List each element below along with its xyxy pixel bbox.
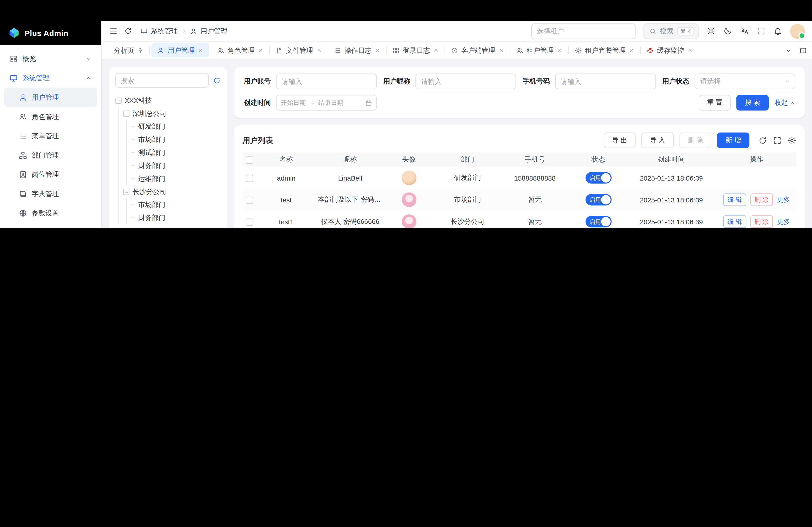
tab-close-icon[interactable] <box>498 48 504 53</box>
tab-4[interactable]: 文件管理 <box>270 42 328 59</box>
tab-2[interactable]: 用户管理 <box>151 43 209 57</box>
sidebar-item[interactable]: 用户管理 <box>4 88 97 107</box>
sidebar-item[interactable]: 概览 <box>4 49 97 68</box>
delete-button[interactable]: 删 除 <box>679 133 712 148</box>
start-date-placeholder: 开始日期 <box>281 98 306 107</box>
delete-row-button[interactable]: 删 除 <box>750 215 773 228</box>
person-icon <box>190 27 197 34</box>
settings-gear-icon[interactable] <box>707 27 715 35</box>
tree-node[interactable]: 财务部门 <box>131 211 221 224</box>
export-button[interactable]: 导 出 <box>604 133 636 148</box>
tab-close-icon[interactable] <box>198 48 203 53</box>
tree-search-input[interactable] <box>115 73 209 88</box>
reset-button[interactable]: 重 置 <box>698 95 731 110</box>
chevron-up-icon <box>789 100 795 105</box>
more-button[interactable]: 更多 <box>777 195 790 204</box>
import-button[interactable]: 导 入 <box>641 133 674 148</box>
tab-7[interactable]: 客户端管理 <box>445 42 510 59</box>
row-checkbox[interactable] <box>246 175 253 182</box>
edit-button[interactable]: 编 辑 <box>723 215 746 228</box>
breadcrumb-item-current[interactable]: 用户管理 <box>200 26 227 36</box>
layout-panel-icon[interactable] <box>799 47 807 54</box>
brand: Plus Admin <box>0 21 101 45</box>
refresh-page-button[interactable] <box>124 27 132 35</box>
tab-close-icon[interactable] <box>433 48 439 53</box>
status-cell[interactable]: 启用 <box>568 189 628 211</box>
tree-collapse-icon[interactable] <box>123 110 129 117</box>
sidebar-item[interactable]: 部门管理 <box>4 146 97 165</box>
tab-close-icon[interactable] <box>316 48 322 53</box>
tree-node[interactable]: 测试部门 <box>131 146 221 159</box>
tab-close-icon[interactable] <box>629 48 635 53</box>
sidebar-item[interactable]: 岗位管理 <box>4 165 97 184</box>
tab-1[interactable]: 分析页 <box>108 42 149 59</box>
department-cell: 研发部门 <box>434 167 502 189</box>
tree-node[interactable]: 市场部门 <box>131 133 221 146</box>
pin-icon[interactable] <box>137 47 143 54</box>
breadcrumb-item[interactable]: 系统管理 <box>151 26 178 36</box>
notifications-bell-icon[interactable] <box>773 27 782 35</box>
user-avatar[interactable] <box>790 24 805 38</box>
table-refresh-icon[interactable] <box>758 136 767 145</box>
status-toggle[interactable]: 启用 <box>585 172 611 183</box>
tree-node[interactable]: 市场部门 <box>131 198 221 211</box>
tab-options-dropdown-icon[interactable] <box>785 47 792 54</box>
tab-close-icon[interactable] <box>557 48 563 53</box>
fullscreen-icon[interactable] <box>757 27 766 35</box>
global-search-button[interactable]: 搜索 ⌘ K <box>643 23 699 39</box>
phone-input[interactable] <box>555 74 656 89</box>
select-all-checkbox[interactable] <box>246 156 253 164</box>
row-checkbox[interactable] <box>246 197 253 204</box>
date-range-picker[interactable]: 开始日期 → 结束日期 <box>276 95 377 110</box>
status-label: 启用 <box>589 196 601 204</box>
add-button[interactable]: 新 增 <box>717 133 750 148</box>
status-cell[interactable]: 启用 <box>568 167 628 189</box>
dark-mode-icon[interactable] <box>723 27 732 35</box>
sidebar-item[interactable]: 菜单管理 <box>4 126 97 146</box>
status-cell[interactable]: 启用 <box>568 211 628 228</box>
filter-label: 手机号码 <box>523 77 550 86</box>
tree-node[interactable]: 财务部门 <box>131 159 221 172</box>
status-toggle[interactable]: 启用 <box>585 216 611 227</box>
sidebar-item[interactable]: 通知公告 <box>4 223 97 228</box>
tab-8[interactable]: 租户管理 <box>510 42 568 59</box>
tree-collapse-icon[interactable] <box>123 189 129 195</box>
sidebar-item[interactable]: 角色管理 <box>4 107 97 126</box>
table-fullscreen-icon[interactable] <box>773 136 782 145</box>
account-input[interactable] <box>276 74 377 89</box>
tab-5[interactable]: 操作日志 <box>328 42 386 59</box>
status-select[interactable]: 请选择 <box>695 74 795 89</box>
nickname-input[interactable] <box>416 74 516 89</box>
table-settings-icon[interactable] <box>787 136 796 145</box>
screen-icon <box>10 74 18 82</box>
tab-10[interactable]: 缓存监控 <box>641 42 699 59</box>
row-checkbox[interactable] <box>246 219 253 226</box>
tree-node[interactable]: 长沙分公司 <box>123 185 221 198</box>
menu-toggle-button[interactable] <box>109 27 118 35</box>
tree-node[interactable]: 运维部门 <box>131 172 221 185</box>
tenant-select-input[interactable] <box>531 23 635 39</box>
edit-button[interactable]: 编 辑 <box>723 193 746 206</box>
tab-close-icon[interactable] <box>375 48 380 53</box>
tree-refresh-icon[interactable] <box>213 76 221 84</box>
tree-node[interactable]: 研发部门 <box>131 120 221 133</box>
tab-9[interactable]: 租户套餐管理 <box>569 42 640 59</box>
delete-row-button[interactable]: 删 除 <box>750 193 773 206</box>
sidebar-item[interactable]: 字典管理 <box>4 184 97 204</box>
table-row: test1仅本人 密码666666长沙分公司暂无启用2025-01-13 18:… <box>243 211 796 228</box>
sidebar-item[interactable]: 参数设置 <box>4 203 97 223</box>
tab-close-icon[interactable] <box>258 48 263 53</box>
department-cell: 长沙分公司 <box>434 211 502 228</box>
tab-6[interactable]: 登录日志 <box>387 42 445 59</box>
more-button[interactable]: 更多 <box>777 217 790 226</box>
search-button[interactable]: 搜 索 <box>737 95 769 110</box>
status-toggle[interactable]: 启用 <box>585 194 611 206</box>
tree-node[interactable]: XXX科技 <box>115 94 221 107</box>
tab-3[interactable]: 角色管理 <box>211 42 269 59</box>
tree-collapse-icon[interactable] <box>115 97 121 104</box>
sidebar-item[interactable]: 系统管理 <box>4 68 97 88</box>
collapse-filters-link[interactable]: 收起 <box>774 98 795 107</box>
language-icon[interactable] <box>740 27 749 35</box>
tab-close-icon[interactable] <box>687 48 693 53</box>
tree-node[interactable]: 深圳总公司 <box>123 107 221 120</box>
